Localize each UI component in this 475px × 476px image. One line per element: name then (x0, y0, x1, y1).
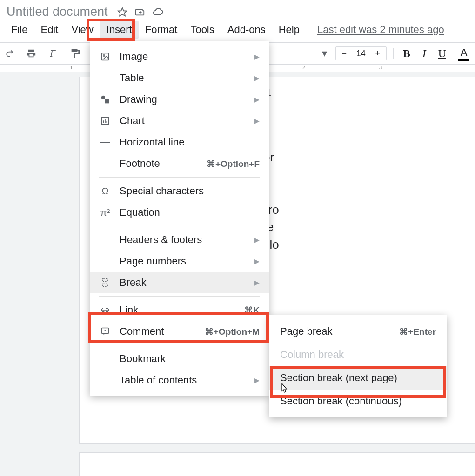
paint-format-icon[interactable] (68, 46, 82, 60)
svg-rect-1 (102, 53, 109, 60)
insert-headers-footers[interactable]: Headers & footers ▶ (90, 229, 269, 251)
menu-bar: File Edit View Insert Format Tools Add-o… (0, 21, 475, 42)
insert-footnote[interactable]: Footnote ⌘+Option+F (90, 153, 269, 174)
underline-button[interactable]: U (435, 46, 449, 61)
chevron-right-icon: ▶ (254, 74, 260, 82)
chevron-right-icon: ▶ (254, 279, 260, 286)
cloud-icon[interactable] (153, 7, 164, 17)
insert-equation[interactable]: π² Equation (90, 202, 269, 223)
annotation-highlight (270, 366, 446, 398)
chart-icon (99, 116, 111, 126)
cursor-pointer-icon (279, 383, 289, 395)
toolbar-separator (393, 48, 394, 59)
menu-separator (99, 177, 260, 178)
svg-point-2 (103, 55, 105, 56)
menu-edit[interactable]: Edit (34, 21, 65, 39)
chevron-right-icon: ▶ (254, 117, 260, 125)
break-column: Column break (269, 343, 447, 366)
chevron-right-icon: ▶ (254, 236, 260, 244)
horizontal-line-icon (99, 141, 111, 143)
italic-button[interactable]: I (420, 46, 429, 61)
move-icon[interactable] (135, 7, 145, 17)
text-color-button[interactable]: A (455, 46, 472, 62)
page[interactable] (79, 452, 475, 476)
styles-dropdown-icon[interactable]: ▾ (320, 46, 329, 61)
font-size-decrease[interactable]: − (336, 47, 353, 60)
chevron-right-icon: ▶ (254, 53, 260, 60)
ruler-mark: 1 (70, 65, 73, 70)
insert-special-characters[interactable]: Ω Special characters (90, 180, 269, 202)
ruler-mark: 3 (379, 65, 382, 70)
break-page[interactable]: Page break ⌘+Enter (269, 320, 447, 343)
chevron-right-icon: ▶ (254, 258, 260, 265)
font-size-increase[interactable]: + (369, 47, 386, 60)
drawing-icon (99, 95, 111, 104)
svg-point-3 (101, 96, 105, 99)
print-icon[interactable] (24, 46, 38, 60)
break-icon (99, 278, 111, 287)
insert-table[interactable]: Table ▶ (90, 67, 269, 89)
chevron-right-icon: ▶ (254, 96, 260, 103)
omega-icon: Ω (99, 186, 111, 197)
insert-table-of-contents[interactable]: Table of contents ▶ (90, 370, 269, 391)
menu-separator (99, 296, 260, 297)
menu-format[interactable]: Format (139, 21, 184, 39)
chevron-right-icon: ▶ (254, 377, 260, 384)
document-title[interactable]: Untitled document (5, 4, 110, 20)
svg-rect-4 (105, 99, 109, 103)
redo-icon[interactable] (3, 47, 16, 60)
page-gap (0, 444, 475, 452)
menu-help[interactable]: Help (272, 21, 306, 39)
menu-tools[interactable]: Tools (184, 21, 221, 39)
font-size-control: − 14 + (335, 46, 387, 60)
insert-horizontal-line[interactable]: Horizontal line (90, 132, 269, 153)
last-edit-link[interactable]: Last edit was 2 minutes ago (317, 24, 444, 36)
image-icon (99, 52, 111, 61)
insert-break[interactable]: Break ▶ (90, 272, 269, 293)
title-bar: Untitled document (0, 0, 475, 21)
ruler-mark: 2 (302, 65, 305, 70)
insert-image[interactable]: Image ▶ (90, 46, 269, 67)
font-size-value[interactable]: 14 (353, 47, 369, 60)
text-color-bar (458, 59, 469, 61)
bold-button[interactable]: B (400, 46, 413, 61)
menu-addons[interactable]: Add-ons (221, 21, 272, 39)
svg-marker-0 (118, 7, 126, 15)
insert-drawing[interactable]: Drawing ▶ (90, 89, 269, 110)
annotation-highlight (88, 312, 269, 343)
menu-separator (99, 345, 260, 345)
insert-chart[interactable]: Chart ▶ (90, 110, 269, 132)
text-color-letter: A (461, 46, 468, 59)
pi-icon: π² (99, 207, 111, 218)
menu-separator (99, 226, 260, 226)
menu-file[interactable]: File (5, 21, 34, 39)
clear-formatting-icon[interactable] (47, 47, 60, 60)
insert-page-numbers[interactable]: Page numbers ▶ (90, 251, 269, 272)
insert-bookmark[interactable]: Bookmark (90, 348, 269, 370)
annotation-highlight (87, 19, 135, 41)
star-icon[interactable] (117, 7, 127, 17)
